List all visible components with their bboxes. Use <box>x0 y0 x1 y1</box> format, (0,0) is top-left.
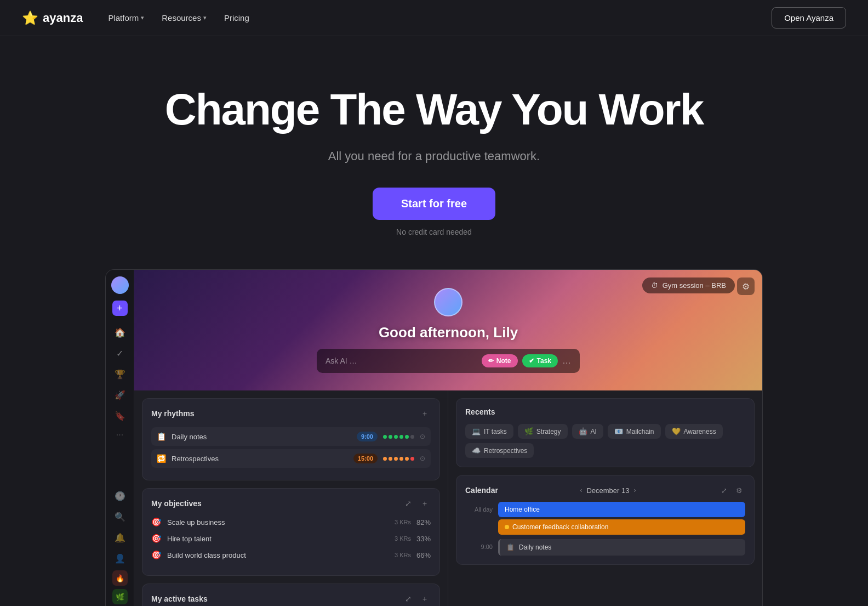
sidebar-item-notification[interactable]: 🔔 <box>111 529 129 546</box>
calendar-event-feedback[interactable]: Customer feedback collaboration <box>498 519 745 535</box>
sidebar-item-search[interactable]: 🔍 <box>111 508 129 525</box>
tag-icon: 📧 <box>614 427 623 435</box>
objective-pct: 66% <box>416 551 431 559</box>
recents-card: Recents 💻 IT tasks 🌿 Strategy <box>456 398 755 467</box>
chevron-down-icon: ▾ <box>203 14 207 21</box>
sidebar-item-rocket[interactable]: 🚀 <box>111 386 129 404</box>
nav-platform-label: Platform <box>108 13 139 22</box>
objective-item[interactable]: 🎯 Scale up business 3 KRs 82% <box>151 517 431 527</box>
cal-allday-row: All day Home office Customer feedback co… <box>465 502 745 535</box>
sidebar-item-trophy[interactable]: 🏆 <box>111 365 129 383</box>
calendar-event-daily-notes[interactable]: 📋 Daily notes <box>498 539 745 556</box>
logo[interactable]: ⭐ ayanza <box>22 10 83 26</box>
cal-expand-button[interactable]: ⤢ <box>718 484 730 496</box>
nav-link-platform[interactable]: Platform ▾ <box>100 9 152 27</box>
nav-link-pricing[interactable]: Pricing <box>216 9 257 27</box>
rhythm-icon: 🔁 <box>157 454 166 463</box>
logo-icon: ⭐ <box>22 10 38 26</box>
ask-ai-placeholder[interactable]: Ask AI … <box>326 356 475 365</box>
recent-tag-ai[interactable]: 🤖 AI <box>572 424 603 439</box>
sidebar-bottom: 🕐 🔍 🔔 👤 🔥 🌿 👥 <box>111 487 129 606</box>
rhythms-add-button[interactable]: + <box>419 407 431 420</box>
recents-title: Recents <box>465 407 495 416</box>
cal-next-button[interactable]: › <box>633 486 636 494</box>
event-label: Customer feedback collaboration <box>512 523 608 531</box>
rhythms-header: My rhythms + <box>151 407 431 420</box>
objective-item[interactable]: 🎯 Hire top talent 3 KRs 33% <box>151 534 431 543</box>
sidebar: + 🏠 ✓ 🏆 🚀 🔖 ··· 🕐 🔍 🔔 👤 🔥 🌿 👥 <box>106 270 134 606</box>
objectives-expand-button[interactable]: ⤢ <box>402 497 414 509</box>
calendar-title: Calendar <box>465 486 498 495</box>
recent-tag-strategy[interactable]: 🌿 Strategy <box>518 424 568 439</box>
recent-tag-awareness[interactable]: 💛 Awareness <box>665 424 723 439</box>
sidebar-more-dots: ··· <box>116 430 123 440</box>
navbar: ⭐ ayanza Platform ▾ Resources ▾ Pricing … <box>0 0 868 36</box>
rhythm-settings-icon: ⊙ <box>420 433 425 440</box>
sidebar-item-home[interactable]: 🏠 <box>111 324 129 341</box>
chip-note[interactable]: ✏ Note <box>482 354 518 367</box>
objective-name: Hire top talent <box>167 535 387 543</box>
calendar-icons: ⤢ ⚙ <box>718 484 745 496</box>
recent-tag-mailchain[interactable]: 📧 Mailchain <box>608 424 661 439</box>
rhythms-title: My rhythms <box>151 409 195 418</box>
tag-label: AI <box>591 428 597 435</box>
tasks-add-button[interactable]: + <box>419 593 431 605</box>
nav-pricing-label: Pricing <box>224 13 249 22</box>
nav-link-resources[interactable]: Resources ▾ <box>154 9 214 27</box>
timer-icon: ⏱ <box>651 281 658 290</box>
tag-label: Retrospectives <box>484 447 527 455</box>
recent-tag-it-tasks[interactable]: 💻 IT tasks <box>465 424 513 439</box>
allday-label: All day <box>465 502 493 513</box>
no-credit-card-label: No credit card needed <box>396 228 472 236</box>
sidebar-item-bookmark[interactable]: 🔖 <box>111 407 129 424</box>
sidebar-item-check[interactable]: ✓ <box>111 344 129 362</box>
recents-header: Recents <box>465 407 745 416</box>
rhythm-dots <box>383 457 414 461</box>
sidebar-team-fire[interactable]: 🔥 <box>112 570 128 586</box>
grid-right: Recents 💻 IT tasks 🌿 Strategy <box>448 390 762 606</box>
sidebar-item-user[interactable]: 👤 <box>111 550 129 567</box>
timed-event-icon: 📋 <box>506 543 515 551</box>
rhythm-item[interactable]: 🔁 Retrospectives 15:00 <box>151 449 431 468</box>
settings-button[interactable]: ⚙ <box>737 277 755 295</box>
tag-label: Mailchain <box>626 428 654 435</box>
active-tasks-header: My active tasks ⤢ + <box>151 593 431 605</box>
tag-label: IT tasks <box>484 428 507 435</box>
rhythms-list: 📋 Daily notes 9:00 <box>151 427 431 468</box>
rhythm-time: 9:00 <box>357 432 378 441</box>
chip-more[interactable]: … <box>562 356 571 366</box>
rhythms-card: My rhythms + 📋 Daily notes 9:00 <box>142 398 440 480</box>
rhythms-actions: + <box>419 407 431 420</box>
hero-subtitle: All you need for a productive teamwork. <box>22 149 846 163</box>
objectives-add-button[interactable]: + <box>419 497 431 509</box>
objectives-list: 🎯 Scale up business 3 KRs 82% 🎯 Hire top… <box>151 517 431 560</box>
tag-icon: 💻 <box>472 427 481 435</box>
top-banner: ⏱ Gym session – BRB ⚙ Good afternoon, Li… <box>134 270 762 390</box>
objectives-actions: ⤢ + <box>402 497 431 509</box>
objective-item[interactable]: 🎯 Build world class product 3 KRs 66% <box>151 550 431 560</box>
note-icon: ✏ <box>488 357 494 365</box>
chip-task[interactable]: ✔ Task <box>522 354 558 367</box>
open-ayanza-button[interactable]: Open Ayanza <box>772 7 846 29</box>
tag-label: Awareness <box>684 428 716 435</box>
sidebar-team-green[interactable]: 🌿 <box>112 589 128 604</box>
chip-note-label: Note <box>496 357 511 365</box>
calendar-events: Home office Customer feedback collaborat… <box>498 502 745 535</box>
cal-settings-button[interactable]: ⚙ <box>733 484 745 496</box>
nav-links: Platform ▾ Resources ▾ Pricing <box>100 9 256 27</box>
objective-icon: 🎯 <box>151 517 162 527</box>
calendar-event-home-office[interactable]: Home office <box>498 502 745 517</box>
recent-tag-retrospectives[interactable]: ☁️ Retrospectives <box>465 443 534 458</box>
objective-pct: 33% <box>416 535 431 543</box>
main-area: ⏱ Gym session – BRB ⚙ Good afternoon, Li… <box>134 270 762 606</box>
calendar-body: All day Home office Customer feedback co… <box>465 502 745 556</box>
objective-name: Scale up business <box>167 518 387 526</box>
active-tasks-title: My active tasks <box>151 594 208 603</box>
cal-prev-button[interactable]: ‹ <box>580 486 582 494</box>
rhythm-item[interactable]: 📋 Daily notes 9:00 <box>151 427 431 446</box>
add-button[interactable]: + <box>112 301 128 316</box>
rhythm-name: Retrospectives <box>172 455 348 463</box>
tasks-expand-button[interactable]: ⤢ <box>402 593 414 605</box>
sidebar-item-history[interactable]: 🕐 <box>111 487 129 505</box>
start-for-free-button[interactable]: Start for free <box>373 188 495 220</box>
